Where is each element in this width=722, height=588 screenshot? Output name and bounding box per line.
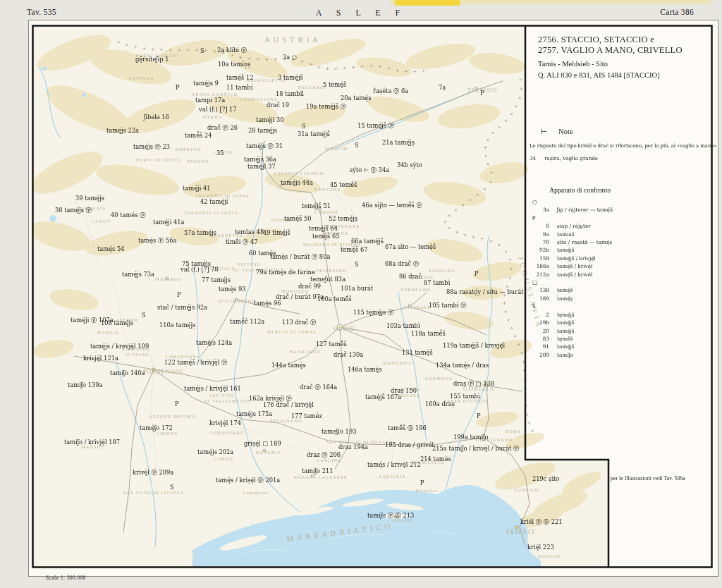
apparato-point-number: 91 <box>531 343 549 350</box>
map-label: tamę́s / kriṣę́l Ⓟ 201a <box>216 477 280 484</box>
place-name: PAULARO <box>298 85 324 90</box>
map-label: temlas 48 <box>235 228 264 235</box>
map-label: tamíʃo / krivję̀l 187 <box>64 439 120 446</box>
map-label: S <box>200 47 204 54</box>
apparato-row: 20tamę́jš <box>531 327 613 335</box>
map-label: tamę́js / krivję̀l 161 <box>184 385 241 392</box>
map-label: tamę̀jš 167a <box>365 393 401 400</box>
map-label: draz Ⓟ 206 <box>307 451 341 458</box>
map-label: 86 drač <box>399 273 422 280</box>
map-label: temeʃút 83a <box>310 276 345 283</box>
map-label: tamiʃo Ⓟ Ⓢ 213 <box>367 512 414 519</box>
panel-source: Q. ALI 830 e 831, AIS 1484 [STACCIO] <box>538 71 660 79</box>
place-name: CORDENONS <box>166 354 200 359</box>
map-label: 49 tìmę́jš <box>263 229 290 236</box>
apparato-point-number: 83 <box>531 335 549 343</box>
map-label: drač 99 <box>298 283 321 290</box>
map-label: P <box>177 291 181 298</box>
apparato-point-number: 3a <box>531 206 549 214</box>
map-label: drač Ⓟ 164a <box>300 384 337 391</box>
map-label: tamę́s Ⓟ 56a <box>138 237 176 244</box>
map-label: 19a temę́jš Ⓟ <box>306 103 346 110</box>
map-label: 3 tamę́jš <box>278 74 303 81</box>
map-label: temę̀š 65 <box>312 233 339 240</box>
map-label: 57a tamę́js <box>184 229 216 236</box>
map-label: 146a tamę̀s <box>348 366 382 373</box>
map-label: tamę́js Ⓟ 23 <box>133 143 170 150</box>
panel-title: 2756. STACCIO, SETACCIO e 2757. VAGLIO A… <box>538 35 683 56</box>
map-label: 67a sìto — temę̀š <box>385 243 436 250</box>
apparato-row: 92btamę́jš <box>531 246 613 254</box>
map-label: P <box>475 270 479 277</box>
map-label: tamḗč 112a <box>230 317 264 325</box>
place-name: AZZANO DECIMO <box>149 414 196 419</box>
map-label: tamíʃo 139a <box>68 381 103 388</box>
apparato-row: 8ṣiap / ráju̯ter <box>531 222 613 230</box>
map-label: draṣ Ⓟ □ 138 <box>453 380 494 387</box>
place-name: Lugugnana <box>243 491 269 495</box>
place-name: A U S T R I A <box>264 35 319 44</box>
place-name: AQUILEIA <box>379 474 406 479</box>
map-label: S <box>355 142 359 149</box>
place-name: RUDA <box>506 429 521 434</box>
map-label: 199a tamíʃo <box>453 434 488 441</box>
atlas-title: A S L E F <box>0 8 722 18</box>
map-label: 28 tamę́js <box>248 127 277 134</box>
place-name: MANIAGO <box>155 276 182 281</box>
place-name: CHIONS <box>157 431 178 436</box>
map-label: stač / tamę́js 92a <box>157 304 207 311</box>
apparato-forms: tamę́jš / krivję́l <box>557 255 596 262</box>
map-label: 118a tamḗš <box>411 329 446 337</box>
map-label: 119a tamę́jš / krevję́l <box>443 342 505 349</box>
map-label: S <box>170 484 174 491</box>
map-label: sýto ⊢ Ⓟ 34a <box>350 166 389 173</box>
map-label: tamę̀js 175a <box>236 410 272 417</box>
note-item-number: 34 <box>530 155 536 161</box>
map-label: tamḗš Ⓢ 196 <box>388 424 427 431</box>
map-label: 18 tambíl <box>276 90 304 97</box>
map-label: krię̀l 223 <box>527 544 554 551</box>
apparato-row: 70ṣìto / raṣatò — tamę́ṣ <box>531 238 613 246</box>
apparato-row: 19btamę́jš <box>531 319 613 326</box>
apparato-row: 159tamę́jš / krivję́l <box>531 255 613 262</box>
map-label: tamę́s 54 <box>97 245 125 252</box>
map-label: val (f.) [?] 78 <box>180 266 219 273</box>
map-label: 68a drač Ⓟ <box>385 260 419 267</box>
map-label: 169a draṣ <box>425 400 455 408</box>
map-label: temę́jš 64 <box>309 225 338 232</box>
panel-subtitle: Tamis - Mehlsieb - Sito <box>538 60 608 68</box>
map-label: krivę̀l Ⓟ 209a <box>133 469 173 476</box>
map-label: 52 temę́jṣ <box>329 215 357 222</box>
map-label: 10a tamíọṣ <box>218 61 250 68</box>
map-label: P <box>420 479 424 486</box>
map-label: krìél Ⓟ Ⓢ 221 <box>520 518 563 525</box>
apparato-forms: tamę́ṣ <box>557 295 573 302</box>
map-label: 45 temḗš <box>330 180 357 188</box>
map-label: 2a klibi Ⓟ <box>217 47 247 54</box>
map-label: P <box>477 412 481 419</box>
map-label: 79a tamę̀s de farine <box>256 269 315 276</box>
apparato-forms: ṣiap / ráju̯ter <box>557 222 591 230</box>
map-label: tamę̀s 96 <box>254 300 281 307</box>
map-label: 7a <box>439 84 446 91</box>
map-label: 35 <box>216 149 224 157</box>
apparato-row: 83tęmė́š <box>531 335 613 343</box>
apparato-point-number: 159 <box>531 255 549 262</box>
map-label: 110a tamę́jṣ <box>159 321 195 329</box>
apparato-forms: tamę́jš <box>557 319 575 326</box>
map-label: 115 tęmę́js Ⓟ <box>353 309 393 316</box>
map-label: tamę́s / krivę́l 212 <box>367 461 421 468</box>
apparato-group-symbol: P <box>532 214 613 222</box>
map-label: 215a tamíʃo / krivę́l / burát Ⓟ <box>432 445 519 452</box>
map-label: P <box>480 90 484 97</box>
map-label: krivję̀l 174 <box>209 419 241 427</box>
map-label: tìmḗi Ⓟ 47 <box>226 238 258 245</box>
place-name: MARANO LAGUNARE <box>294 475 348 479</box>
place-name: BUDOIA <box>97 330 119 335</box>
map-label: drač Ⓟ 26 <box>207 124 238 131</box>
note-item-text: raṣíra, vaglio grande <box>544 155 598 161</box>
place-name: TRIESTE <box>506 528 537 535</box>
apparato-forms: tęmę́i̯š <box>557 311 575 319</box>
map-label: P <box>175 400 179 408</box>
apparato-group-symbol: ○ <box>532 198 613 206</box>
